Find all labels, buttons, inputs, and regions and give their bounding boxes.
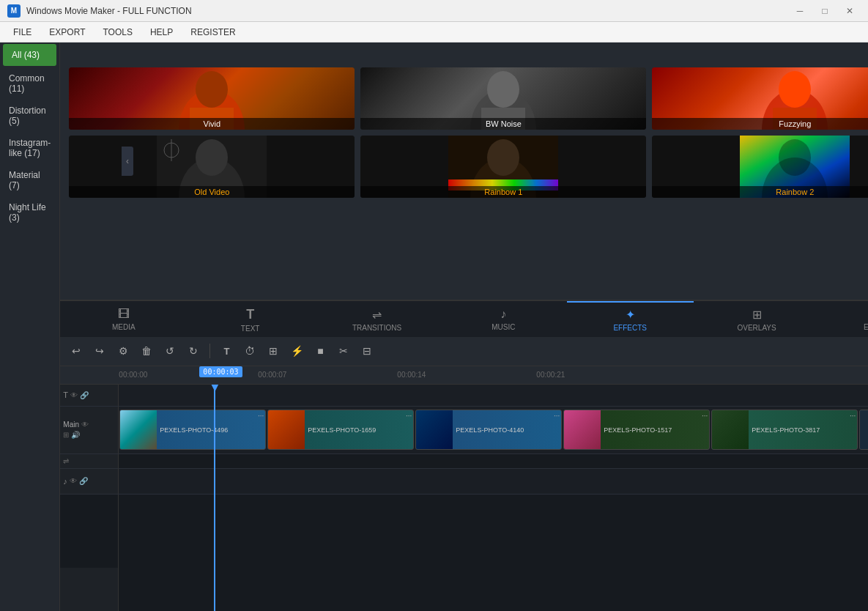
sidebar-collapse-button[interactable]: ‹ [122, 147, 133, 176]
shape-button[interactable]: ■ [310, 341, 330, 361]
close-button[interactable]: ✕ [839, 4, 861, 18]
eye-icon-music[interactable]: 👁 [70, 477, 77, 485]
tab-media[interactable]: 🎞 MEDIA [60, 301, 187, 337]
clip-menu-4140[interactable]: ··· [554, 412, 560, 420]
svg-point-21 [779, 139, 811, 176]
effects-icon: ✦ [626, 308, 635, 322]
separator1 [209, 344, 210, 358]
transition-track-content [119, 454, 868, 469]
sidebar-item-nightlife[interactable]: Night Life (3) [0, 196, 59, 229]
timeline-ruler: 00:00:00 00:00:07 00:00:14 00:00:21 00:0… [60, 366, 868, 385]
menu-file[interactable]: FILE [6, 24, 39, 40]
effect-fuzzying[interactable]: Fuzzying [652, 67, 868, 130]
clip-menu-4496[interactable]: ··· [258, 412, 264, 420]
effects-header[interactable]: Add to Timeline ▾ [66, 48, 868, 64]
track-labels: T 👁 🔗 Main 👁 ⊞ 🔊 [60, 385, 119, 612]
sidebar-item-common[interactable]: Common (11) [0, 67, 59, 100]
sidebar: All (43) Common (11) Distortion (5) Inst… [0, 42, 60, 611]
main-track-icons: ⊞ 🔊 [63, 431, 80, 439]
minimize-button[interactable]: ─ [789, 4, 811, 18]
redo2-button[interactable]: ↻ [183, 341, 204, 361]
menubar: FILE EXPORT TOOLS HELP REGISTER [0, 22, 868, 42]
music-track-label: ♪ 👁 🔗 [60, 469, 119, 495]
tab-transitions[interactable]: ⇌ TRANSITIONS [314, 301, 440, 337]
tab-overlays[interactable]: ⊞ OVERLAYS [694, 301, 820, 337]
clip-pexels-3817[interactable]: PEXELS-PHOTO-3817 ··· [711, 410, 858, 450]
sidebar-item-all[interactable]: All (43) [3, 44, 56, 66]
effect-bw-label: BW Noise [360, 118, 646, 130]
effect-rainbow1[interactable]: Rainbow 1 [360, 136, 646, 198]
tracks-container: T 👁 🔗 Main 👁 ⊞ 🔊 [60, 385, 868, 612]
tab-effects[interactable]: ✦ EFFECTS [567, 301, 694, 337]
clip-last[interactable] [859, 410, 868, 450]
svg-point-4 [487, 71, 519, 108]
tab-elements[interactable]: 🖼 ELEMENTS [820, 301, 868, 337]
reset-button[interactable]: ↺ [160, 341, 180, 361]
menu-register[interactable]: REGISTER [183, 24, 242, 40]
svg-point-1 [196, 71, 228, 108]
clip-menu-1659[interactable]: ··· [406, 412, 412, 420]
timeline-area: 00:00:00 00:00:07 00:00:14 00:00:21 00:0… [60, 366, 868, 612]
clip-pexels-1517[interactable]: PEXELS-PHOTO-1517 ··· [563, 410, 710, 450]
text-tool-button[interactable]: T [216, 341, 237, 361]
clip-menu-1517[interactable]: ··· [702, 412, 708, 420]
main-track-name: Main [63, 421, 79, 429]
lock-icon[interactable]: ⊞ [63, 431, 69, 439]
clip-label-1517: PEXELS-PHOTO-1517 [601, 425, 709, 435]
music-track-icon: ♪ [63, 477, 67, 486]
music-icon: ♪ [500, 308, 506, 321]
tab-music[interactable]: ♪ MUSIC [440, 301, 567, 337]
effect-rainbow1-label: Rainbow 1 [360, 186, 646, 198]
settings-button[interactable]: ⚙ [113, 341, 133, 361]
overlays-icon: ⊞ [752, 308, 762, 322]
undo-button[interactable]: ↩ [66, 341, 86, 361]
clip-label-4496: PEXELS-PHOTO-4496 [157, 425, 265, 435]
trim-button[interactable]: ✂ [333, 341, 354, 361]
playhead-label: 00:00:03 [199, 366, 242, 377]
menu-tools[interactable]: TOOLS [95, 24, 139, 40]
titlebar: M Windows Movie Maker - FULL FUNCTION ─ … [0, 0, 868, 22]
eye-icon-main[interactable]: 👁 [81, 421, 89, 429]
clip-pexels-4496[interactable]: PEXELS-PHOTO-4496 ··· [119, 410, 266, 450]
text-icon: T [246, 307, 254, 322]
menu-export[interactable]: EXPORT [42, 24, 92, 40]
effect-vivid-label: Vivid [69, 118, 355, 130]
effect-old-video-label: Old Video [69, 186, 355, 198]
clip-pexels-4140[interactable]: PEXELS-PHOTO-4140 ··· [415, 410, 562, 450]
crop-button[interactable]: ⊞ [263, 341, 283, 361]
redo-button[interactable]: ↪ [89, 341, 110, 361]
text-track-label: T 👁 🔗 [60, 385, 119, 407]
clip-label-1659: PEXELS-PHOTO-1659 [305, 425, 413, 435]
effect-vivid[interactable]: Vivid [69, 67, 355, 130]
effect-fuzzying-label: Fuzzying [652, 118, 868, 130]
maximize-button[interactable]: □ [814, 4, 836, 18]
clock-button[interactable]: ⏱ [240, 341, 260, 361]
tab-media-label: MEDIA [112, 323, 136, 331]
track-content: PEXELS-PHOTO-4496 ··· PEXELS-PHOTO-1659 … [119, 385, 868, 612]
effect-rainbow2[interactable]: Rainbow 2 [652, 136, 868, 198]
volume-icon-main[interactable]: 🔊 [71, 431, 80, 439]
menu-help[interactable]: HELP [143, 24, 180, 40]
link-icon-text[interactable]: 🔗 [80, 391, 89, 399]
link-icon-music[interactable]: 🔗 [79, 477, 88, 485]
tab-text[interactable]: T TEXT [187, 301, 314, 337]
app-logo: M [7, 4, 21, 18]
effects-panel: Add to Timeline ▾ Vivid [60, 42, 868, 300]
main-area: All (43) Common (11) Distortion (5) Inst… [0, 42, 868, 611]
music-track-content [119, 469, 868, 495]
effect-bw-noise[interactable]: BW Noise [360, 67, 646, 130]
tab-transitions-label: TRANSITIONS [352, 324, 401, 332]
effect-rainbow2-label: Rainbow 2 [652, 186, 868, 198]
sidebar-item-material[interactable]: Material (7) [0, 164, 59, 196]
sidebar-item-distortion[interactable]: Distortion (5) [0, 100, 59, 132]
eye-icon-text[interactable]: 👁 [70, 391, 78, 399]
clip-menu-3817[interactable]: ··· [850, 412, 856, 420]
ruler-mark-7: 00:00:07 [258, 371, 286, 379]
motion-button[interactable]: ⚡ [286, 341, 307, 361]
effect-old-video[interactable]: Old Video [69, 136, 355, 198]
text-track-content [119, 385, 868, 407]
grid-button[interactable]: ⊟ [357, 341, 377, 361]
delete-button[interactable]: 🗑 [136, 341, 157, 361]
clip-pexels-1659[interactable]: PEXELS-PHOTO-1659 ··· [267, 410, 414, 450]
sidebar-item-instagram[interactable]: Instagram-like (17) [0, 132, 59, 164]
